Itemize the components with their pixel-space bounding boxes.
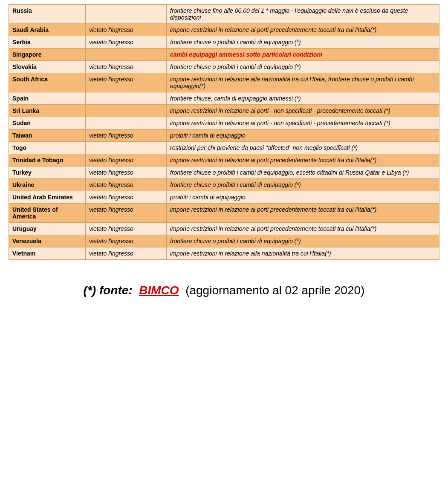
country-cell: Ukraine [9, 179, 86, 191]
table-row: Turkeyvietato l'ingressofrontiere chiuse… [9, 167, 439, 179]
notes-cell: restrizioni per chi proviene da paesi "a… [167, 142, 439, 154]
restriction-cell: vietato l'ingresso [86, 223, 167, 235]
country-cell: United States of America [9, 204, 86, 223]
table-row: Ukrainevietato l'ingressofrontiere chius… [9, 179, 439, 191]
table-row: Venezuelavietato l'ingressofrontiere chi… [9, 235, 439, 247]
restriction-cell [86, 142, 167, 154]
restriction-cell [86, 5, 167, 24]
restriction-cell: vietato l'ingresso [86, 154, 167, 167]
notes-cell: frontiere chiuse o proibiti i cambi di e… [167, 36, 439, 49]
restriction-cell: vietato l'ingresso [86, 204, 167, 223]
restriction-cell: vietato l'ingresso [86, 73, 167, 92]
table-row: Taiwanvietato l'ingressoproibiti i cambi… [9, 129, 439, 142]
notes-cell: frontiere chiuse fino alle 00.00 del 1 *… [167, 5, 439, 24]
country-cell: Serbia [9, 36, 86, 49]
restriction-cell [86, 92, 167, 105]
country-cell: South Africa [9, 73, 86, 92]
restriction-cell: vietato l'ingresso [86, 235, 167, 247]
notes-cell: impone restrizioni in relazione ai porti… [167, 204, 439, 223]
table-row: Serbiavietato l'ingressofrontiere chiuse… [9, 36, 439, 49]
country-cell: Singapore [9, 49, 86, 61]
notes-cell: cambi equipaggi ammessi sotto particolar… [167, 49, 439, 61]
table-row: Sudanimpone restrizioni in relazione ai … [9, 117, 439, 129]
notes-cell: impone restrizioni in relazione alla naz… [167, 73, 439, 92]
table-row: South Africavietato l'ingressoimpone res… [9, 73, 439, 92]
notes-cell: impone restrizioni in relazione ai porti… [167, 154, 439, 167]
country-cell: Togo [9, 142, 86, 154]
restriction-cell: vietato l'ingresso [86, 36, 167, 49]
notes-cell: impone restrizioni in relazione alla naz… [167, 247, 439, 260]
table-row: Vietnamvietato l'ingressoimpone restrizi… [9, 247, 439, 260]
restriction-cell: vietato l'ingresso [86, 61, 167, 73]
notes-cell: impone restrizioni in relazione ai porti… [167, 24, 439, 36]
country-cell: Uruguay [9, 223, 86, 235]
table-row: Spainfrontiere chiuse, cambi di equipagg… [9, 92, 439, 105]
page-wrapper: Russiafrontiere chiuse fino alle 00.00 d… [0, 0, 448, 500]
country-cell: Taiwan [9, 129, 86, 142]
restriction-cell: vietato l'ingresso [86, 247, 167, 260]
notes-cell: frontiere chiuse, cambi di equipaggio am… [167, 92, 439, 105]
table-row: United States of Americavietato l'ingres… [9, 204, 439, 223]
table-row: Saudi Arabiavietato l'ingressoimpone res… [9, 24, 439, 36]
footer-suffix: (aggiornamento al 02 aprile 2020) [185, 284, 364, 297]
country-cell: Slovakia [9, 61, 86, 73]
notes-cell: impone restrizioni in relazione ai porti… [167, 105, 439, 117]
table-row: Singaporecambi equipaggi ammessi sotto p… [9, 49, 439, 61]
restriction-cell: vietato l'ingresso [86, 129, 167, 142]
table-row: Russiafrontiere chiuse fino alle 00.00 d… [9, 5, 439, 24]
country-cell: Sudan [9, 117, 86, 129]
notes-cell: proibiti i cambi di equipaggio [167, 191, 439, 204]
table-row: Sri Lankaimpone restrizioni in relazione… [9, 105, 439, 117]
country-cell: United Arab Emirates [9, 191, 86, 204]
country-cell: Russia [9, 5, 86, 24]
restriction-cell: vietato l'ingresso [86, 24, 167, 36]
table-row: Togorestrizioni per chi proviene da paes… [9, 142, 439, 154]
notes-cell: impone restrizioni in relazione ai porti… [167, 117, 439, 129]
restrictions-table: Russiafrontiere chiuse fino alle 00.00 d… [9, 4, 439, 260]
restriction-cell: vietato l'ingresso [86, 191, 167, 204]
table-row: Trinidad e Tobagovietato l'ingressoimpon… [9, 154, 439, 167]
restriction-cell [86, 105, 167, 117]
bimco-link[interactable]: BIMCO [139, 284, 179, 297]
notes-cell: frontiere chiuse o proibiti i cambi di e… [167, 167, 439, 179]
table-row: Uruguayvietato l'ingressoimpone restrizi… [9, 223, 439, 235]
country-cell: Trinidad e Tobago [9, 154, 86, 167]
country-cell: Spain [9, 92, 86, 105]
restriction-cell: vietato l'ingresso [86, 167, 167, 179]
country-cell: Saudi Arabia [9, 24, 86, 36]
country-cell: Sri Lanka [9, 105, 86, 117]
restriction-cell [86, 117, 167, 129]
country-cell: Venezuela [9, 235, 86, 247]
footer-section: (*) fonte: BIMCO (aggiornamento al 02 ap… [9, 273, 439, 309]
country-cell: Turkey [9, 167, 86, 179]
table-row: Slovakiavietato l'ingressofrontiere chiu… [9, 61, 439, 73]
restriction-cell [86, 49, 167, 61]
table-row: United Arab Emiratesvietato l'ingressopr… [9, 191, 439, 204]
notes-cell: frontiere chiuse o proibiti i cambi di e… [167, 179, 439, 191]
country-cell: Vietnam [9, 247, 86, 260]
notes-cell: frontiere chiuse o proibiti i cambi di e… [167, 235, 439, 247]
notes-cell: proibiti i cambi di equipaggio [167, 129, 439, 142]
footer-prefix: (*) fonte: [84, 284, 133, 297]
restriction-cell: vietato l'ingresso [86, 179, 167, 191]
notes-cell: impone restrizioni in relazione ai porti… [167, 223, 439, 235]
notes-cell: frontiere chiuse o proibiti i cambi di e… [167, 61, 439, 73]
